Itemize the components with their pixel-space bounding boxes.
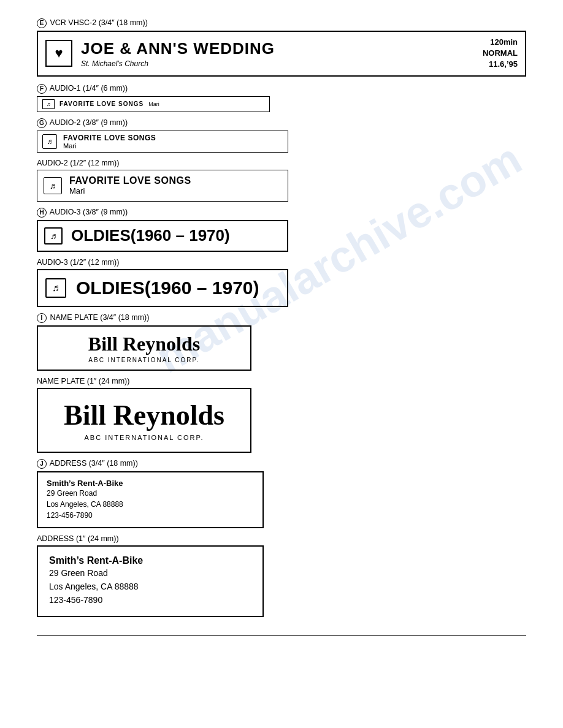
audio1-box: ♬ FAVORITE LOVE SONGS Mari bbox=[37, 96, 270, 112]
vcr-box: ♥ JOE & ANN'S WEDDING St. Michael’s Chur… bbox=[37, 31, 526, 77]
audio2-small-circle-letter: G bbox=[37, 118, 47, 128]
address-large-line1: 29 Green Road bbox=[49, 566, 251, 580]
audio2-small-content: FAVORITE LOVE SONGS Mari bbox=[63, 134, 156, 150]
bottom-divider bbox=[37, 635, 526, 636]
audio3-large-box: ♬ OLDIES(1960 – 1970) bbox=[37, 269, 288, 307]
address-small-label: J ADDRESS (3/4″ (18 mm)) bbox=[37, 459, 526, 469]
nameplate-small-name: Bill Reynolds bbox=[88, 333, 200, 355]
audio3-small-label: H AUDIO-3 (3/8″ (9 mm)) bbox=[37, 208, 526, 218]
audio1-sub-text: Mari bbox=[148, 101, 159, 107]
nameplate-large-name: Bill Reynolds bbox=[64, 399, 224, 431]
audio2-small-label: G AUDIO-2 (3/8″ (9 mm)) bbox=[37, 118, 526, 128]
audio1-section: F AUDIO-1 (1/4″ (6 mm)) ♬ FAVORITE LOVE … bbox=[37, 84, 526, 112]
audio3-small-text: OLDIES(1960 – 1970) bbox=[71, 226, 230, 245]
nameplate-small-label: I NAME PLATE (3/4″ (18 mm)) bbox=[37, 313, 526, 323]
nameplate-small-circle-letter: I bbox=[37, 313, 47, 323]
address-large-line2: Los Angeles, CA 88888 bbox=[49, 580, 251, 593]
audio3-small-circle-letter: H bbox=[37, 208, 47, 218]
audio2-med-main-text: FAVORITE LOVE SONGS bbox=[69, 175, 191, 186]
audio2-med-music-icon: ♬ bbox=[44, 177, 62, 194]
audio2-small-section: G AUDIO-2 (3/8″ (9 mm)) ♬ FAVORITE LOVE … bbox=[37, 118, 526, 153]
address-small-box: Smith’s Rent-A-Bike 29 Green Road Los An… bbox=[37, 471, 264, 528]
vcr-section: E VCR VHSC-2 (3/4″ (18 mm)) ♥ JOE & ANN'… bbox=[37, 18, 526, 77]
audio3-small-section: H AUDIO-3 (3/8″ (9 mm)) ♬ OLDIES(1960 – … bbox=[37, 208, 526, 252]
audio2-med-section: AUDIO-2 (1/2″ (12 mm)) ♬ FAVORITE LOVE S… bbox=[37, 159, 526, 202]
nameplate-small-corp: ABC INTERNATIONAL CORP. bbox=[88, 357, 199, 363]
vcr-circle-letter: E bbox=[37, 18, 47, 28]
audio3-small-box: ♬ OLDIES(1960 – 1970) bbox=[37, 220, 288, 252]
vcr-title-block: JOE & ANN'S WEDDING St. Michael’s Church bbox=[81, 39, 483, 68]
audio3-large-label: AUDIO-3 (1/2″ (12 mm)) bbox=[37, 258, 526, 267]
address-large-section: ADDRESS (1″ (24 mm)) Smith’s Rent-A-Bike… bbox=[37, 534, 526, 617]
address-small-circle-letter: J bbox=[37, 459, 47, 469]
audio2-small-box: ♬ FAVORITE LOVE SONGS Mari bbox=[37, 131, 288, 153]
address-small-line1: 29 Green Road bbox=[47, 488, 254, 499]
address-large-name: Smith’s Rent-A-Bike bbox=[49, 555, 251, 566]
nameplate-large-label: NAME PLATE (1″ (24 mm)) bbox=[37, 377, 526, 385]
address-small-section: J ADDRESS (3/4″ (18 mm)) Smith’s Rent-A-… bbox=[37, 459, 526, 528]
audio2-small-main-text: FAVORITE LOVE SONGS bbox=[63, 134, 156, 142]
audio2-med-box: ♬ FAVORITE LOVE SONGS Mari bbox=[37, 170, 288, 202]
address-small-name: Smith’s Rent-A-Bike bbox=[47, 479, 254, 488]
nameplate-small-section: I NAME PLATE (3/4″ (18 mm)) Bill Reynold… bbox=[37, 313, 526, 371]
audio2-med-sub-text: Mari bbox=[69, 186, 191, 195]
audio1-content: FAVORITE LOVE SONGS Mari bbox=[59, 100, 159, 107]
vcr-main-title: JOE & ANN'S WEDDING bbox=[81, 39, 483, 58]
address-small-line3: 123-456-7890 bbox=[47, 510, 254, 521]
nameplate-large-corp: ABC INTERNATIONAL CORP. bbox=[85, 434, 204, 441]
nameplate-large-box: Bill Reynolds ABC INTERNATIONAL CORP. bbox=[37, 388, 251, 453]
audio3-small-music-icon: ♬ bbox=[44, 227, 63, 245]
audio1-main-text: FAVORITE LOVE SONGS bbox=[59, 100, 144, 107]
address-large-line3: 123-456-7890 bbox=[49, 593, 251, 607]
vcr-label: E VCR VHSC-2 (3/4″ (18 mm)) bbox=[37, 18, 526, 28]
address-large-label: ADDRESS (1″ (24 mm)) bbox=[37, 534, 526, 543]
vcr-subtitle: St. Michael’s Church bbox=[81, 59, 483, 68]
audio3-large-text: OLDIES(1960 – 1970) bbox=[76, 278, 259, 298]
nameplate-large-section: NAME PLATE (1″ (24 mm)) Bill Reynolds AB… bbox=[37, 377, 526, 453]
audio2-small-sub-text: Mari bbox=[63, 142, 156, 150]
nameplate-small-box: Bill Reynolds ABC INTERNATIONAL CORP. bbox=[37, 325, 251, 371]
heart-icon: ♥ bbox=[45, 40, 72, 67]
audio3-large-music-icon: ♬ bbox=[45, 278, 66, 298]
address-small-line2: Los Angeles, CA 88888 bbox=[47, 499, 254, 510]
vcr-info: 120min NORMAL 11.6,’95 bbox=[483, 37, 518, 70]
audio1-label: F AUDIO-1 (1/4″ (6 mm)) bbox=[37, 84, 526, 94]
audio3-large-section: AUDIO-3 (1/2″ (12 mm)) ♬ OLDIES(1960 – 1… bbox=[37, 258, 526, 307]
audio1-circle-letter: F bbox=[37, 84, 47, 94]
audio2-med-label: AUDIO-2 (1/2″ (12 mm)) bbox=[37, 159, 526, 167]
audio1-music-icon: ♬ bbox=[42, 99, 55, 109]
audio2-med-content: FAVORITE LOVE SONGS Mari bbox=[69, 175, 191, 195]
address-large-box: Smith’s Rent-A-Bike 29 Green Road Los An… bbox=[37, 545, 264, 617]
audio2-small-music-icon: ♬ bbox=[42, 134, 57, 149]
